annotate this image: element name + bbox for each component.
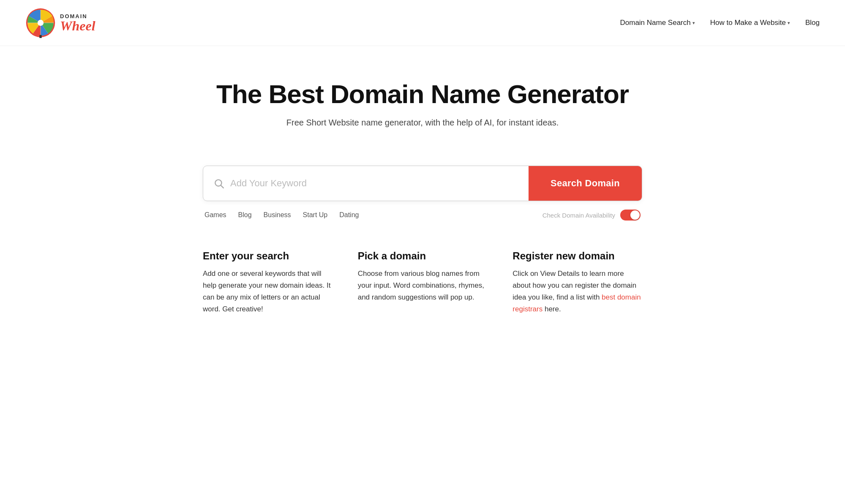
logo-wheel-icon xyxy=(25,8,56,38)
search-section: Search Domain Games Blog Business Start … xyxy=(177,166,668,221)
svg-point-2 xyxy=(38,20,44,26)
search-icon xyxy=(213,178,224,189)
quick-tag-startup[interactable]: Start Up xyxy=(303,211,328,219)
quick-tag-dating[interactable]: Dating xyxy=(339,211,359,219)
site-header: DOMAIN Wheel Domain Name Search ▾ How to… xyxy=(0,0,845,46)
chevron-down-icon: ▾ xyxy=(788,20,790,26)
quick-tags: Games Blog Business Start Up Dating xyxy=(204,211,359,219)
how-col-pick-domain: Pick a domain Choose from various blog n… xyxy=(358,250,488,315)
hero-subtitle: Free Short Website name generator, with … xyxy=(25,118,820,128)
nav-blog[interactable]: Blog xyxy=(805,19,820,27)
domain-availability-toggle-wrap: Check Domain Availability xyxy=(542,210,641,221)
search-meta-row: Games Blog Business Start Up Dating Chec… xyxy=(203,210,642,221)
logo-text: DOMAIN Wheel xyxy=(60,14,95,33)
how-col-pick-domain-text: Choose from various blog names from your… xyxy=(358,268,488,303)
toggle-knob xyxy=(630,210,640,220)
search-domain-button[interactable]: Search Domain xyxy=(529,166,642,201)
search-input[interactable] xyxy=(230,166,518,201)
how-col-pick-domain-title: Pick a domain xyxy=(358,250,488,262)
toggle-label: Check Domain Availability xyxy=(542,212,615,219)
nav-domain-name-search[interactable]: Domain Name Search ▾ xyxy=(620,19,695,27)
svg-rect-7 xyxy=(39,35,41,38)
how-col-enter-search-title: Enter your search xyxy=(203,250,333,262)
search-bar: Search Domain xyxy=(203,166,642,201)
logo-wheel-text: Wheel xyxy=(60,19,95,33)
how-col-enter-search-text: Add one or several keywords that will he… xyxy=(203,268,333,315)
logo[interactable]: DOMAIN Wheel xyxy=(25,8,95,38)
how-col-register-domain-text: Click on View Details to learn more abou… xyxy=(512,268,642,315)
main-nav: Domain Name Search ▾ How to Make a Websi… xyxy=(620,19,820,27)
how-col-register-domain-title: Register new domain xyxy=(512,250,642,262)
quick-tag-business[interactable]: Business xyxy=(264,211,291,219)
how-col-register-domain: Register new domain Click on View Detail… xyxy=(512,250,642,315)
how-col-enter-search: Enter your search Add one or several key… xyxy=(203,250,333,315)
svg-line-9 xyxy=(221,185,224,188)
hero-section: The Best Domain Name Generator Free Shor… xyxy=(0,46,845,166)
search-input-container xyxy=(203,166,529,201)
nav-how-to-make-website[interactable]: How to Make a Website ▾ xyxy=(710,19,790,27)
register-text-after-link: here. xyxy=(542,305,561,313)
quick-tag-games[interactable]: Games xyxy=(204,211,226,219)
page-title: The Best Domain Name Generator xyxy=(25,80,820,109)
quick-tag-blog[interactable]: Blog xyxy=(238,211,252,219)
chevron-down-icon: ▾ xyxy=(692,20,695,26)
how-it-works-section: Enter your search Add one or several key… xyxy=(177,250,668,341)
domain-availability-toggle[interactable] xyxy=(620,210,641,221)
